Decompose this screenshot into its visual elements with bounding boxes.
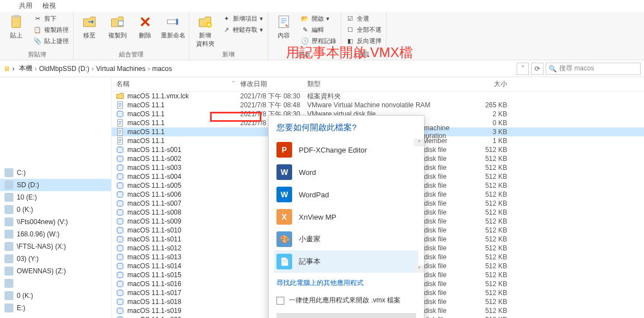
nav-item[interactable]: \\Fts004new) (V:) — [0, 216, 111, 228]
nav-item[interactable]: C:) — [0, 167, 111, 179]
drive-icon — [4, 291, 13, 300]
app-name: Word — [299, 168, 316, 177]
scroll-up-button[interactable]: ˄ — [414, 139, 424, 146]
drive-icon — [4, 230, 13, 239]
nav-label: 10 (E:) — [17, 193, 37, 201]
file-type: 檔案資料夾 — [307, 92, 475, 101]
delete-button[interactable]: 刪除 — [133, 13, 158, 40]
nav-item[interactable]: 0 (K:) — [0, 203, 111, 216]
copy-to-button[interactable]: 複製到 — [105, 13, 130, 40]
column-headers[interactable]: 名稱 ˆ 修改日期 類型 大小 — [112, 77, 644, 92]
vmdk-icon — [116, 200, 124, 207]
file-name: macOS 11.1 — [127, 119, 165, 127]
vmdk-icon — [116, 226, 124, 234]
svg-rect-1 — [14, 15, 19, 18]
app-option[interactable]: 🎨小畫家 — [274, 228, 418, 250]
file-size: 512 KB — [475, 298, 519, 306]
cut-button[interactable]: ✂剪下 — [32, 13, 70, 23]
paste-button[interactable]: 貼上 — [4, 13, 28, 40]
edit-button[interactable]: ✎編輯 — [299, 25, 337, 35]
nav-item[interactable] — [0, 277, 111, 289]
app-option[interactable]: WWordPad — [274, 183, 418, 206]
app-option[interactable]: WWord — [274, 161, 418, 183]
table-row[interactable]: macOS 11.1.vmx.lck2021/7/8 下午 08:30檔案資料夾 — [112, 92, 644, 101]
nav-item[interactable]: E:) — [0, 302, 111, 314]
file-name: macOS 11.1-s018 — [127, 298, 182, 306]
svg-rect-3 — [168, 20, 178, 24]
rename-button[interactable]: 重新命名 — [161, 13, 185, 40]
move-to-button[interactable]: 移至 — [77, 13, 102, 40]
rename-icon — [165, 13, 182, 30]
app-icon: 📄 — [276, 254, 292, 269]
easy-access-button[interactable]: ↗輕鬆存取 ▾ — [221, 25, 264, 35]
nav-item[interactable]: 10 (E:) — [0, 191, 111, 203]
ribbon-group-clipboard: 貼上 ✂剪下 📋複製路徑 📎貼上捷徑 剪貼簿 — [1, 12, 74, 60]
file-name: macOS 11.1-s015 — [127, 271, 182, 279]
menu-bar: 共用 檢視 — [0, 0, 644, 12]
app-icon: P — [276, 142, 292, 158]
col-date[interactable]: 修改日期 — [240, 79, 307, 89]
drive-icon — [4, 193, 13, 202]
drive-icon — [4, 267, 13, 276]
file-name: macOS 11.1-s003 — [127, 164, 182, 172]
breadcrumb-root-icon[interactable]: 🖥 — [3, 65, 10, 73]
always-use-checkbox-row[interactable]: 一律使用此應用程式來開啟 .vmx 檔案 — [269, 290, 424, 313]
file-size: 512 KB — [475, 164, 519, 172]
app-icon: W — [276, 187, 292, 202]
vmdk-icon — [116, 217, 124, 225]
nav-item[interactable]: SD (D:) — [0, 179, 111, 191]
vmdk-icon — [116, 280, 124, 288]
crumb-0[interactable]: 本機 — [19, 64, 32, 73]
menu-view[interactable]: 檢視 — [42, 1, 56, 11]
nav-item[interactable]: OWENNAS) (Z:) — [0, 265, 111, 277]
menu-share[interactable]: 共用 — [19, 1, 32, 11]
app-option[interactable]: 📄記事本 — [274, 250, 418, 273]
copy-path-button[interactable]: 📋複製路徑 — [32, 25, 70, 35]
always-use-checkbox[interactable] — [276, 297, 284, 305]
file-name: macOS 11.1-s009 — [127, 217, 182, 225]
nav-item[interactable]: 0 (K:) — [0, 289, 111, 302]
properties-button[interactable]: 內容 — [271, 13, 296, 40]
nav-item[interactable]: \FTSL-NAS) (X:) — [0, 240, 111, 253]
paste-shortcut-button[interactable]: 📎貼上捷徑 — [32, 36, 70, 46]
paste-icon — [8, 13, 25, 30]
file-name: macOS 11.1-s020 — [127, 316, 182, 318]
new-item-button[interactable]: ✦新增項目 ▾ — [221, 13, 264, 23]
search-input[interactable]: 🔍 搜尋 macos — [546, 63, 641, 75]
col-type[interactable]: 類型 — [307, 79, 475, 89]
app-option[interactable]: XXnView MP — [274, 206, 418, 228]
nav-item[interactable]: 03) (Y:) — [0, 253, 111, 265]
nav-tree[interactable]: C:)SD (D:)10 (E:)0 (K:)\\Fts004new) (V:)… — [0, 77, 112, 318]
app-icon: W — [276, 164, 292, 180]
svg-rect-2 — [118, 21, 123, 26]
vmxf-icon — [116, 137, 124, 145]
scroll-down-button[interactable]: ˅ — [414, 265, 424, 273]
breadcrumb[interactable]: 本機› OldMbpSSD (D:)› Virtual Machines› ma… — [17, 61, 514, 75]
dropdown-history-button[interactable]: ˅ — [517, 63, 529, 75]
refresh-button[interactable]: ⟳ — [531, 63, 543, 75]
crumb-3[interactable]: macos — [152, 65, 172, 73]
open-button[interactable]: 📂開啟 ▾ — [299, 13, 337, 23]
nav-item[interactable]: 168.0.96) (W:) — [0, 228, 111, 240]
file-size: 512 KB — [475, 182, 519, 189]
find-more-apps-link[interactable]: 尋找此電腦上的其他應用程式 — [269, 273, 424, 290]
select-all-icon: ☑ — [346, 14, 355, 23]
file-size: 512 KB — [475, 200, 519, 207]
col-name[interactable]: 名稱 — [116, 79, 130, 89]
nav-label: 03) (Y:) — [17, 255, 39, 263]
table-row[interactable]: macOS 11.12021/7/8 下午 08:48VMware Virtua… — [112, 101, 644, 110]
select-all-button[interactable]: ☑全選 — [345, 13, 383, 23]
app-icon: X — [276, 209, 292, 225]
crumb-1[interactable]: OldMbpSSD (D:) — [39, 65, 89, 73]
shortcut-icon: 📎 — [33, 36, 42, 45]
ok-button[interactable]: 確定 — [276, 313, 416, 318]
new-folder-button[interactable]: 新增 資料夾 — [193, 13, 217, 48]
file-size: 512 KB — [475, 217, 519, 225]
crumb-2[interactable]: Virtual Machines — [96, 65, 146, 73]
file-size: 512 KB — [475, 208, 519, 216]
app-option[interactable]: PPDF-XChange Editor — [274, 139, 418, 161]
select-none-button[interactable]: ☐全部不選 — [345, 25, 383, 35]
refresh-icon: ⟳ — [535, 65, 540, 73]
col-size[interactable]: 大小 — [475, 79, 519, 89]
app-name: 記事本 — [299, 257, 321, 267]
